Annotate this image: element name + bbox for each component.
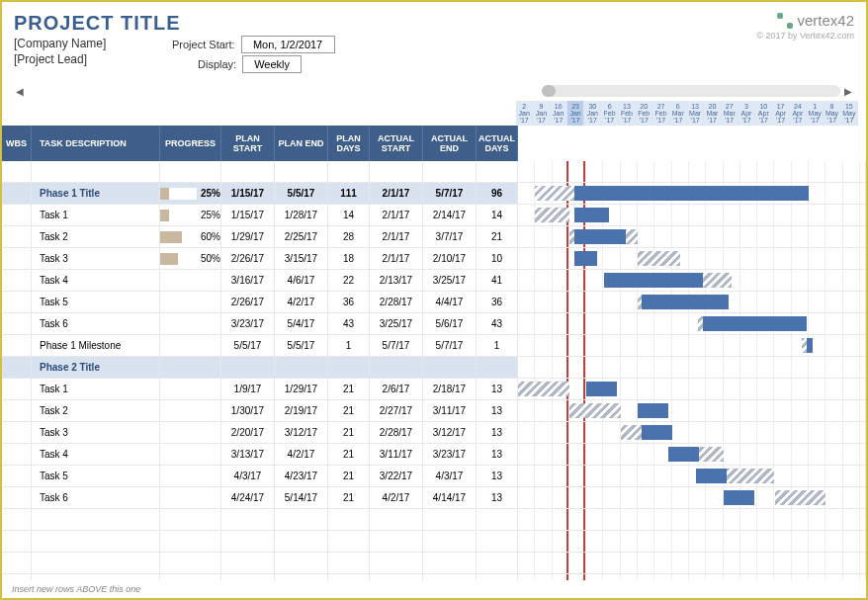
- plan-end-cell[interactable]: 5/5/17: [275, 183, 328, 204]
- actual-days-cell[interactable]: [477, 553, 518, 573]
- actual-end-cell[interactable]: 3/25/17: [423, 270, 477, 291]
- desc-cell[interactable]: Task 1: [32, 205, 160, 225]
- actual-start-cell[interactable]: 3/25/17: [370, 313, 423, 334]
- plan-start-cell[interactable]: 1/29/17: [221, 226, 275, 247]
- plan-end-cell[interactable]: [275, 509, 328, 530]
- actual-start-cell[interactable]: [370, 553, 423, 573]
- project-title[interactable]: PROJECT TITLE: [14, 12, 528, 35]
- actual-days-cell[interactable]: [477, 161, 518, 182]
- actual-start-cell[interactable]: [370, 161, 423, 182]
- desc-cell[interactable]: Task 2: [32, 400, 160, 421]
- plan-end-cell[interactable]: 4/23/17: [275, 466, 328, 486]
- actual-days-cell[interactable]: 13: [477, 400, 518, 421]
- task-row[interactable]: Phase 1 Milestone5/5/175/5/1715/7/175/7/…: [2, 335, 866, 357]
- actual-days-cell[interactable]: 13: [477, 466, 518, 486]
- col-plan-start[interactable]: PLAN START: [221, 126, 275, 161]
- plan-days-cell[interactable]: 14: [328, 205, 370, 225]
- wbs-cell[interactable]: [2, 444, 32, 465]
- desc-cell[interactable]: Task 5: [32, 292, 160, 312]
- plan-start-cell[interactable]: 5/5/17: [221, 335, 275, 356]
- actual-end-cell[interactable]: [423, 161, 477, 182]
- plan-start-cell[interactable]: 1/15/17: [221, 205, 275, 225]
- desc-cell[interactable]: Task 6: [32, 313, 160, 334]
- plan-start-cell[interactable]: 2/26/17: [221, 292, 275, 312]
- plan-days-cell[interactable]: [328, 357, 370, 378]
- wbs-cell[interactable]: [2, 335, 32, 356]
- plan-end-cell[interactable]: 5/5/17: [275, 335, 328, 356]
- plan-end-cell[interactable]: 2/25/17: [275, 226, 328, 247]
- col-desc[interactable]: TASK DESCRIPTION: [32, 126, 160, 161]
- actual-end-cell[interactable]: [423, 357, 477, 378]
- plan-days-cell[interactable]: 28: [328, 226, 370, 247]
- task-row[interactable]: Task 63/23/175/4/17433/25/175/6/1743: [2, 313, 866, 335]
- wbs-cell[interactable]: [2, 466, 32, 486]
- project-start-input[interactable]: Mon, 1/2/2017: [241, 36, 335, 53]
- task-row[interactable]: Task 350%2/26/173/15/17182/1/172/10/1710: [2, 248, 866, 270]
- plan-days-cell[interactable]: [328, 509, 370, 530]
- plan-start-cell[interactable]: 4/24/17: [221, 487, 275, 508]
- desc-cell[interactable]: Phase 1 Milestone: [32, 335, 160, 356]
- wbs-cell[interactable]: [2, 183, 32, 204]
- plan-days-cell[interactable]: 43: [328, 313, 370, 334]
- desc-cell[interactable]: Task 2: [32, 226, 160, 247]
- phase-row[interactable]: Phase 1 Title25%1/15/175/5/171112/1/175/…: [2, 183, 866, 205]
- actual-days-cell[interactable]: 43: [477, 313, 518, 334]
- actual-days-cell[interactable]: 10: [477, 248, 518, 269]
- prog-cell[interactable]: [160, 161, 221, 182]
- actual-start-cell[interactable]: 2/28/17: [370, 292, 423, 312]
- actual-end-cell[interactable]: 4/4/17: [423, 292, 477, 312]
- prog-cell[interactable]: [160, 466, 221, 486]
- wbs-cell[interactable]: [2, 422, 32, 443]
- prog-cell[interactable]: 60%: [160, 226, 221, 247]
- plan-start-cell[interactable]: 3/23/17: [221, 313, 275, 334]
- actual-days-cell[interactable]: 1: [477, 335, 518, 356]
- actual-days-cell[interactable]: [477, 509, 518, 530]
- actual-end-cell[interactable]: 2/10/17: [423, 248, 477, 269]
- prog-cell[interactable]: [160, 335, 221, 356]
- plan-days-cell[interactable]: 21: [328, 444, 370, 465]
- plan-start-cell[interactable]: 2/26/17: [221, 248, 275, 269]
- actual-start-cell[interactable]: 2/13/17: [370, 270, 423, 291]
- display-input[interactable]: Weekly: [242, 55, 302, 73]
- prog-cell[interactable]: 50%: [160, 248, 221, 269]
- plan-start-cell[interactable]: [221, 531, 275, 552]
- empty-row[interactable]: [2, 553, 866, 574]
- actual-start-cell[interactable]: 5/7/17: [370, 335, 423, 356]
- actual-start-cell[interactable]: 2/1/17: [370, 205, 423, 225]
- prog-cell[interactable]: [160, 487, 221, 508]
- actual-start-cell[interactable]: 2/1/17: [370, 248, 423, 269]
- plan-end-cell[interactable]: 3/12/17: [275, 422, 328, 443]
- actual-start-cell[interactable]: 3/22/17: [370, 466, 423, 486]
- wbs-cell[interactable]: [2, 379, 32, 399]
- col-actual-end[interactable]: ACTUAL END: [423, 126, 477, 161]
- plan-start-cell[interactable]: [221, 357, 275, 378]
- plan-days-cell[interactable]: 21: [328, 379, 370, 399]
- plan-days-cell[interactable]: 22: [328, 270, 370, 291]
- plan-days-cell[interactable]: 1: [328, 335, 370, 356]
- plan-days-cell[interactable]: 21: [328, 400, 370, 421]
- actual-days-cell[interactable]: [477, 357, 518, 378]
- prog-cell[interactable]: [160, 292, 221, 312]
- wbs-cell[interactable]: [2, 553, 32, 573]
- actual-end-cell[interactable]: 3/12/17: [423, 422, 477, 443]
- actual-start-cell[interactable]: [370, 531, 423, 552]
- desc-cell[interactable]: Phase 2 Title: [32, 357, 160, 378]
- phase-row[interactable]: Phase 2 Title: [2, 357, 866, 379]
- actual-days-cell[interactable]: 13: [477, 379, 518, 399]
- desc-cell[interactable]: [32, 553, 160, 573]
- actual-end-cell[interactable]: 2/14/17: [423, 205, 477, 225]
- prog-cell[interactable]: 25%: [160, 205, 221, 225]
- plan-days-cell[interactable]: 18: [328, 248, 370, 269]
- actual-days-cell[interactable]: 36: [477, 292, 518, 312]
- desc-cell[interactable]: [32, 531, 160, 552]
- actual-end-cell[interactable]: [423, 509, 477, 530]
- wbs-cell[interactable]: [2, 248, 32, 269]
- plan-start-cell[interactable]: 1/30/17: [221, 400, 275, 421]
- actual-start-cell[interactable]: 3/11/17: [370, 444, 423, 465]
- plan-start-cell[interactable]: [221, 553, 275, 573]
- actual-end-cell[interactable]: 5/7/17: [423, 183, 477, 204]
- plan-start-cell[interactable]: 3/13/17: [221, 444, 275, 465]
- actual-end-cell[interactable]: [423, 553, 477, 573]
- desc-cell[interactable]: Task 4: [32, 444, 160, 465]
- actual-days-cell[interactable]: [477, 531, 518, 552]
